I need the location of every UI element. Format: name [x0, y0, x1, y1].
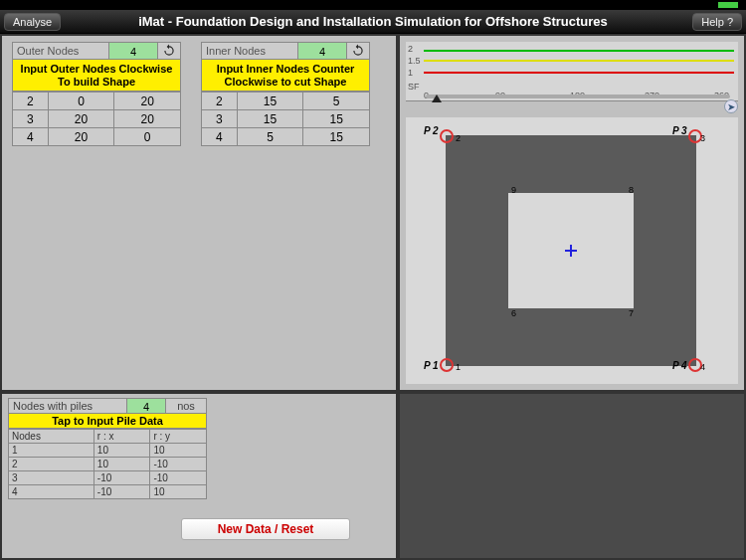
nodes-panel: Outer Nodes 4 Input Outer Nodes Clockwis… [0, 34, 398, 392]
corner-label-p3: P 3 [672, 125, 687, 136]
shape-canvas[interactable]: P 1 P 2 P 3 P 4 1 2 3 4 6 7 8 9 [406, 117, 738, 384]
chart-line-yellow [424, 60, 734, 62]
inner-grid[interactable]: 2155 31515 4515 [201, 92, 370, 146]
play-next-button[interactable]: ➤ [724, 99, 738, 113]
inner-instruction: Input Inner Nodes Counter Clockwise to c… [201, 60, 370, 92]
piles-unit: nos [166, 400, 206, 412]
chart-slider[interactable] [426, 94, 730, 98]
chart-line-red [424, 72, 734, 74]
new-data-reset-button[interactable]: New Data / Reset [181, 518, 350, 540]
app-title: iMat - Foundation Design and Installatio… [0, 14, 746, 29]
outer-nodes-table: Outer Nodes 4 Input Outer Nodes Clockwis… [12, 42, 181, 146]
status-bar [0, 0, 746, 10]
center-crosshair-icon [565, 245, 577, 257]
corner-label-p4: P 4 [672, 360, 687, 371]
outer-instruction: Input Outer Nodes Clockwise To build Sha… [12, 60, 181, 92]
piles-label: Nodes with piles [9, 400, 126, 412]
outer-refresh-button[interactable] [158, 42, 180, 60]
title-bar: Analyse iMat - Foundation Design and Ins… [0, 10, 746, 34]
inner-nodes-table: Inner Nodes 4 Input Inner Nodes Counter … [201, 42, 370, 146]
corner-label-p2: P 2 [424, 125, 439, 136]
piles-table[interactable]: Nodes r : x r : y 11010 210-10 3-10-10 4… [8, 429, 207, 499]
chart-line-green [424, 50, 734, 52]
analyse-button[interactable]: Analyse [4, 13, 61, 31]
piles-instruction[interactable]: Tap to Input Pile Data [8, 414, 207, 429]
refresh-icon [351, 44, 365, 58]
sf-chart: 2 1.5 1 SF 0 90 180 270 360 [406, 42, 738, 101]
corner-label-p1: P 1 [424, 360, 439, 371]
help-button[interactable]: Help ? [692, 13, 742, 31]
piles-panel: Nodes with piles 4 nos Tap to Input Pile… [0, 392, 398, 560]
empty-result-panel [398, 392, 746, 560]
outer-grid[interactable]: 2020 32020 4200 [12, 92, 181, 146]
pile-ring-1 [440, 358, 454, 372]
slider-thumb-icon[interactable] [432, 94, 442, 102]
visualization-panel: 2 1.5 1 SF 0 90 180 270 360 ➤ P [398, 34, 746, 392]
inner-nodes-label: Inner Nodes [202, 45, 297, 57]
battery-icon [718, 2, 738, 8]
outer-nodes-count[interactable]: 4 [108, 43, 158, 59]
outer-nodes-label: Outer Nodes [13, 45, 108, 57]
piles-count[interactable]: 4 [126, 399, 166, 413]
refresh-icon [162, 44, 176, 58]
pile-ring-2 [440, 129, 454, 143]
inner-refresh-button[interactable] [347, 42, 369, 60]
inner-nodes-count[interactable]: 4 [297, 43, 347, 59]
